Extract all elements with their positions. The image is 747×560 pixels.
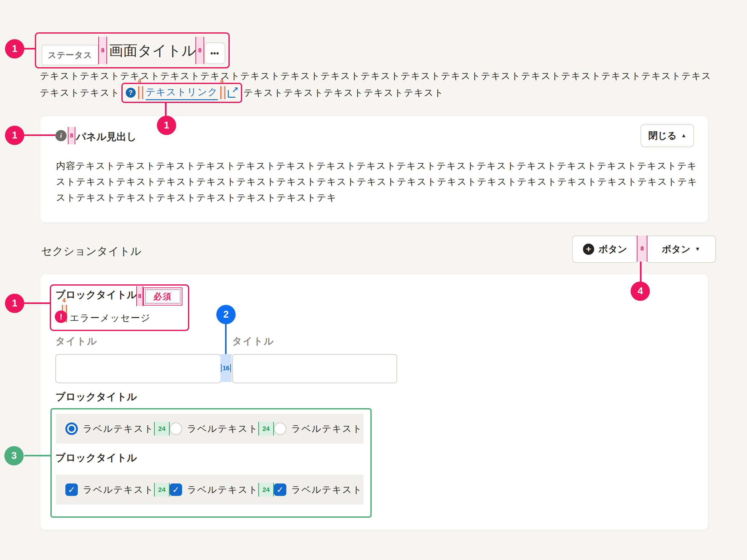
annotation-circle-3-options: 3 bbox=[4, 446, 24, 465]
page-title: 画面タイトル bbox=[109, 41, 196, 60]
radio-block-title: ブロックタイトル bbox=[55, 390, 137, 404]
annotation-circle-1-panel: 1 bbox=[5, 126, 24, 145]
required-badge: 必須 bbox=[143, 288, 182, 305]
radio-selected[interactable] bbox=[66, 423, 78, 435]
form-block-title: ブロックタイトル bbox=[55, 288, 137, 302]
annotation-line bbox=[24, 48, 36, 50]
menu-button-label: ボタン bbox=[662, 243, 691, 256]
radio-unselected[interactable] bbox=[274, 423, 286, 435]
error-icon: ! bbox=[55, 311, 67, 323]
spacing-marker-24: 24 bbox=[154, 422, 170, 435]
spacing-value: 4 bbox=[138, 77, 141, 85]
close-panel-button[interactable]: 閉じる ▲ bbox=[641, 124, 694, 147]
status-badge: ステータス bbox=[42, 45, 98, 65]
checkbox-checked[interactable]: ✓ bbox=[274, 483, 286, 496]
info-icon: i bbox=[55, 130, 67, 141]
radio-label: ラベルテキスト bbox=[83, 423, 154, 435]
radio-unselected[interactable] bbox=[170, 423, 182, 435]
menu-dropdown-button[interactable]: ボタン ▼ bbox=[646, 236, 716, 263]
panel-heading: パネル見出し bbox=[76, 130, 137, 144]
annotation-circle-1-block: 1 bbox=[5, 294, 24, 313]
radio-label: ラベルテキスト bbox=[291, 423, 363, 435]
help-icon[interactable]: ? bbox=[126, 88, 136, 98]
external-link-icon[interactable]: ↗ bbox=[228, 88, 238, 98]
spacing-marker-24: 24 bbox=[258, 422, 274, 435]
intro-text-line2: テキストテキスト ? 4 テキストリンク 4 ↗ テキストテキストテキストテキス… bbox=[40, 83, 444, 103]
checkbox-label: ラベルテキスト bbox=[187, 483, 258, 496]
annotation-line bbox=[24, 455, 50, 456]
annotation-line bbox=[24, 134, 55, 136]
checkbox-block-title: ブロックタイトル bbox=[55, 451, 137, 465]
spacing-marker-8: 8 bbox=[98, 37, 107, 64]
spacing-marker-8: 8 bbox=[68, 127, 75, 144]
text-link[interactable]: テキストリンク bbox=[146, 85, 218, 100]
dropdown-arrow-icon: ▼ bbox=[695, 246, 700, 252]
annotation-line bbox=[640, 262, 642, 282]
plus-icon: + bbox=[583, 244, 594, 255]
annotation-circle-1-title: 1 bbox=[5, 39, 24, 58]
collapse-arrow-icon: ▲ bbox=[681, 133, 686, 139]
design-spec-page: 1 ステータス 8 画面タイトル 8 ••• テキストテキストテキストテキストテ… bbox=[0, 0, 747, 560]
spacing-marker-16: 16 bbox=[221, 354, 232, 382]
close-button-label: 閉じる bbox=[648, 129, 677, 142]
overflow-menu-button[interactable]: ••• bbox=[204, 42, 225, 64]
annotation-circle-2-gap: 2 bbox=[216, 305, 236, 324]
annotation-circle-1-link: 1 bbox=[157, 116, 176, 135]
intro-text-after-link: テキストテキストテキストテキストテキスト bbox=[243, 87, 444, 98]
intro-text-before-link: テキストテキスト bbox=[40, 87, 120, 98]
error-message: エラーメッセージ bbox=[70, 312, 151, 324]
panel-content-line1: 内容テキストテキストテキストテキストテキストテキストテキストテキストテキストテキ… bbox=[56, 160, 697, 171]
annotation-circle-4-buttons: 4 bbox=[630, 282, 650, 301]
annotation-line bbox=[165, 103, 166, 116]
checkbox-checked[interactable]: ✓ bbox=[170, 483, 182, 496]
panel-content-line3: ストテキストテキストテキストテキストテキストテキストテキ bbox=[56, 192, 337, 203]
spacing-marker-8: 8 bbox=[637, 236, 647, 262]
spacing-value: 4 bbox=[220, 77, 224, 85]
checkbox-label: ラベルテキスト bbox=[83, 483, 154, 496]
checkbox-group-row: ✓ ラベルテキスト 24 ✓ ラベルテキスト 24 ✓ ラベルテキスト bbox=[56, 475, 364, 505]
spacing-value-4: 4 bbox=[62, 297, 66, 304]
field2-input[interactable] bbox=[232, 354, 397, 383]
spacing-marker-24: 24 bbox=[258, 483, 274, 497]
checkbox-checked[interactable]: ✓ bbox=[66, 483, 78, 496]
radio-label: ラベルテキスト bbox=[187, 423, 258, 435]
checkbox-label: ラベルテキスト bbox=[291, 483, 363, 496]
annotation-box-link: ? 4 テキストリンク 4 ↗ bbox=[121, 83, 242, 103]
spacing-marker-8: 8 bbox=[136, 286, 143, 306]
section-title: セクションタイトル bbox=[41, 244, 141, 259]
field1-label: タイトル bbox=[55, 335, 97, 348]
panel-content-line2: ストテキストテキストテキストテキストテキストテキストテキストテキストテキストテキ… bbox=[56, 176, 697, 187]
spacing-marker-24: 24 bbox=[154, 483, 170, 497]
annotation-line bbox=[225, 324, 227, 354]
spacing-marker-8: 8 bbox=[196, 37, 204, 64]
radio-group-row: ラベルテキスト 24 ラベルテキスト 24 ラベルテキスト bbox=[56, 414, 364, 444]
add-button-label: ボタン bbox=[598, 243, 627, 256]
add-button[interactable]: + ボタン bbox=[572, 236, 638, 263]
spacing-marker-4: 4 bbox=[138, 86, 143, 99]
field1-input[interactable] bbox=[55, 354, 221, 383]
spacing-marker-4: 4 bbox=[221, 86, 225, 99]
spacing-value-16: 16 bbox=[221, 364, 231, 372]
field2-label: タイトル bbox=[232, 335, 274, 348]
annotation-line bbox=[24, 302, 50, 304]
